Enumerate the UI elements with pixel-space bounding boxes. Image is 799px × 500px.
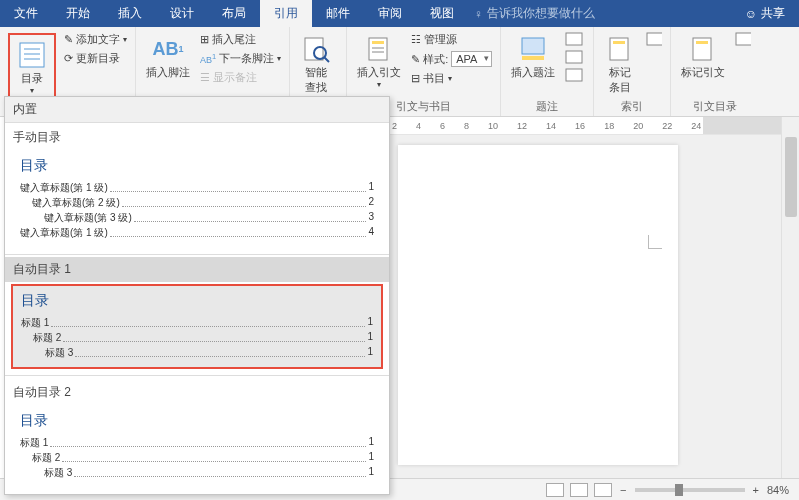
biblio-label: 书目 (423, 71, 445, 86)
scroll-thumb[interactable] (785, 137, 797, 217)
svg-rect-4 (305, 38, 323, 60)
menubar: 文件 开始 插入 设计 布局 引用 邮件 审阅 视图 ♀ 告诉我你想要做什么 ☺… (0, 0, 799, 27)
caption-extra-2[interactable] (563, 49, 587, 65)
show-notes-button: ☰ 显示备注 (198, 69, 283, 86)
chevron-down-icon: ▾ (377, 80, 381, 89)
smart-lookup-label: 智能 查找 (305, 65, 327, 95)
tab-references[interactable]: 引用 (260, 0, 312, 27)
mark-citation-label: 标记引文 (681, 65, 725, 80)
ruler-tick: 24 (691, 121, 701, 131)
tell-me[interactable]: ♀ 告诉我你想要做什么 (474, 5, 595, 22)
ruler-tick: 14 (546, 121, 556, 131)
toa-icon (687, 33, 719, 65)
view-read-button[interactable] (546, 483, 564, 497)
ruler-tick: 10 (488, 121, 498, 131)
index-icon (604, 33, 636, 65)
toc-line: 标题 21 (20, 451, 374, 465)
svg-rect-0 (20, 43, 44, 67)
group-captions: 插入题注 题注 (501, 27, 594, 116)
tab-insert[interactable]: 插入 (104, 0, 156, 27)
insert-caption-label: 插入题注 (511, 65, 555, 80)
share-button[interactable]: ☺ 共享 (745, 5, 785, 22)
caption-extra-3[interactable] (563, 67, 587, 83)
view-print-button[interactable] (570, 483, 588, 497)
toc-button[interactable]: 目录 ▾ (12, 37, 52, 97)
mark-citation-button[interactable]: 标记引文 (677, 31, 729, 97)
ruler-margin-shade (703, 117, 781, 134)
style-selector[interactable]: ✎ 样式: APA (409, 50, 494, 68)
view-web-button[interactable] (594, 483, 612, 497)
mark-entry-button[interactable]: 标记 条目 (600, 31, 640, 97)
bibliography-button[interactable]: ⊟ 书目 ▾ (409, 70, 494, 87)
style-combo[interactable]: APA (451, 51, 492, 67)
svg-rect-8 (372, 41, 384, 44)
svg-rect-17 (613, 41, 625, 44)
update-toc-label: 更新目录 (76, 51, 120, 66)
caption-extra-1[interactable] (563, 31, 587, 47)
toc-icon (16, 39, 48, 71)
horizontal-ruler[interactable]: 2468101214161820222426283032343638404244… (388, 117, 781, 135)
tab-home[interactable]: 开始 (52, 0, 104, 27)
ruler-tick: 18 (604, 121, 614, 131)
auto2-section: 自动目录 2 (5, 378, 389, 403)
tab-file[interactable]: 文件 (0, 0, 52, 27)
toc-line: 键入章标题(第 1 级)1 (20, 181, 374, 195)
svg-rect-13 (566, 33, 582, 45)
vertical-scrollbar[interactable] (781, 117, 799, 478)
style-icon: ✎ (411, 53, 420, 66)
insert-citation-button[interactable]: 插入引文 ▾ (353, 31, 405, 97)
next-footnote-button[interactable]: AB1 下一条脚注 ▾ (198, 50, 283, 67)
ruler-tick: 12 (517, 121, 527, 131)
search-icon (300, 33, 332, 65)
auto1-preview[interactable]: 目录 标题 11标题 21标题 31 (11, 284, 383, 369)
zoom-out-icon[interactable]: − (620, 484, 626, 496)
toc-line: 标题 31 (21, 346, 373, 360)
ruler-tick: 6 (440, 121, 445, 131)
tab-mailings[interactable]: 邮件 (312, 0, 364, 27)
zoom-knob[interactable] (675, 484, 683, 496)
ruler-tick: 20 (633, 121, 643, 131)
group-index: 标记 条目 索引 (594, 27, 671, 116)
toa-extra[interactable] (733, 31, 753, 47)
add-text-label: 添加文字 (76, 32, 120, 47)
next-footnote-icon: AB1 (200, 52, 216, 65)
tab-design[interactable]: 设计 (156, 0, 208, 27)
smart-lookup-button[interactable]: 智能 查找 (296, 31, 336, 97)
next-footnote-label: 下一条脚注 (219, 51, 274, 66)
toc-line: 标题 31 (20, 466, 374, 480)
manage-sources-label: 管理源 (424, 32, 457, 47)
chevron-down-icon: ▾ (30, 86, 34, 95)
update-toc-button[interactable]: ⟳ 更新目录 (62, 50, 129, 67)
insert-endnote-label: 插入尾注 (212, 32, 256, 47)
add-text-button[interactable]: ✎ 添加文字 ▾ (62, 31, 129, 48)
person-icon: ☺ (745, 7, 757, 21)
zoom-slider[interactable] (635, 488, 745, 492)
document-area[interactable] (388, 135, 781, 478)
zoom-value[interactable]: 84% (767, 484, 789, 496)
footnote-icon: AB1 (152, 33, 184, 65)
preview-title: 目录 (20, 157, 374, 175)
auto2-preview[interactable]: 目录 标题 11标题 21标题 31 (11, 405, 383, 488)
zoom-in-icon[interactable]: + (753, 484, 759, 496)
toc-line: 键入章标题(第 1 级)4 (20, 226, 374, 240)
tab-view[interactable]: 视图 (416, 0, 468, 27)
insert-endnote-button[interactable]: ⊞ 插入尾注 (198, 31, 283, 48)
group-toa: 标记引文 引文目录 (671, 27, 759, 116)
biblio-icon: ⊟ (411, 72, 420, 85)
svg-line-6 (324, 57, 329, 62)
tab-layout[interactable]: 布局 (208, 0, 260, 27)
ruler-tick: 16 (575, 121, 585, 131)
manage-sources-button[interactable]: ☷ 管理源 (409, 31, 494, 48)
insert-caption-button[interactable]: 插入题注 (507, 31, 559, 97)
caption-icon (517, 33, 549, 65)
manual-toc-preview[interactable]: 目录 键入章标题(第 1 级)1键入章标题(第 2 级)2键入章标题(第 3 级… (11, 150, 383, 248)
toc-line: 标题 21 (21, 331, 373, 345)
manage-icon: ☷ (411, 33, 421, 46)
index-extra[interactable] (644, 31, 664, 47)
insert-footnote-button[interactable]: AB1 插入脚注 (142, 31, 194, 97)
auto1-section: 自动目录 1 (5, 257, 389, 282)
page[interactable] (398, 145, 678, 465)
tab-review[interactable]: 审阅 (364, 0, 416, 27)
ruler-tick: 4 (416, 121, 421, 131)
chevron-down-icon: ▾ (123, 35, 127, 44)
